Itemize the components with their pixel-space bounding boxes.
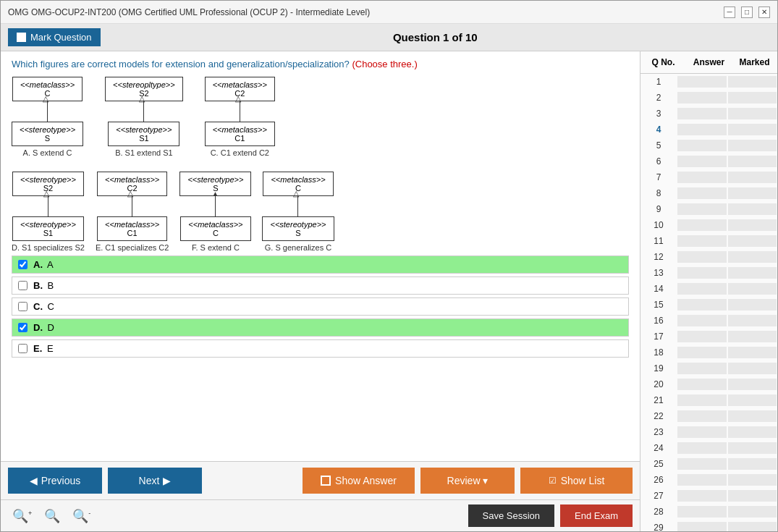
option-D-checkbox[interactable] bbox=[18, 323, 28, 332]
diagram-D-arrow bbox=[48, 196, 48, 216]
toolbar: Mark Question Question 1 of 10 bbox=[1, 24, 777, 51]
bottom-actions: 🔍+ 🔍 🔍- Save Session End Exam bbox=[1, 499, 640, 531]
list-item[interactable]: 14 bbox=[640, 281, 777, 297]
list-item[interactable]: 8 bbox=[640, 185, 777, 201]
previous-button[interactable]: ◀ Previous bbox=[8, 468, 102, 494]
option-E[interactable]: E. E bbox=[12, 339, 629, 358]
sidebar-col-answer: Answer bbox=[686, 55, 732, 69]
next-button[interactable]: Next ▶ bbox=[108, 468, 202, 494]
option-C-label: C. C bbox=[33, 301, 54, 312]
question-choose: (Choose three.) bbox=[352, 59, 417, 69]
list-item[interactable]: 15 bbox=[640, 297, 777, 313]
list-item[interactable]: 4 bbox=[640, 122, 777, 138]
list-item[interactable]: 20 bbox=[640, 376, 777, 392]
list-item[interactable]: 18 bbox=[640, 345, 777, 360]
window-title: OMG OMG-OCUP2-INT200 (OMG Certified UML … bbox=[8, 7, 370, 17]
zoom-reset-button[interactable]: 🔍 bbox=[40, 506, 64, 526]
list-item[interactable]: 7 bbox=[640, 169, 777, 185]
show-answer-label: Show Answer bbox=[335, 475, 397, 486]
list-item[interactable]: 29 bbox=[640, 520, 777, 531]
option-A[interactable]: A. A bbox=[12, 256, 629, 274]
diagram-F-arrow bbox=[215, 196, 216, 216]
option-C-checkbox[interactable] bbox=[18, 302, 28, 311]
diagram-B-bot: <<stereotype>>S1 bbox=[108, 122, 179, 146]
list-item[interactable]: 25 bbox=[640, 456, 777, 472]
minimize-button[interactable]: ─ bbox=[724, 7, 735, 18]
diagram-D: <<stereotype>>S2 <<stereotype>>S1 D. S1 … bbox=[12, 172, 85, 252]
list-item[interactable]: 2 bbox=[640, 90, 777, 106]
diagram-C-caption: C. C1 extend C2 bbox=[211, 148, 269, 157]
list-item[interactable]: 6 bbox=[640, 153, 777, 169]
option-E-checkbox[interactable] bbox=[18, 344, 28, 353]
end-exam-button[interactable]: End Exam bbox=[560, 504, 633, 527]
zoom-out-button[interactable]: 🔍- bbox=[68, 506, 95, 526]
sidebar-col-marked: Marked bbox=[732, 55, 777, 69]
list-item[interactable]: 10 bbox=[640, 217, 777, 233]
title-bar: OMG OMG-OCUP2-INT200 (OMG Certified UML … bbox=[1, 1, 777, 24]
list-item[interactable]: 27 bbox=[640, 488, 777, 504]
save-session-button[interactable]: Save Session bbox=[468, 504, 555, 527]
show-list-button[interactable]: ☑ Show List bbox=[520, 468, 633, 494]
diagram-C-arrow bbox=[240, 101, 240, 122]
question-text: Which figures are correct models for ext… bbox=[12, 59, 629, 69]
close-button[interactable]: ✕ bbox=[758, 7, 770, 18]
diagram-G-bot: <<stereotype>>S bbox=[262, 216, 334, 241]
option-B-checkbox[interactable] bbox=[18, 281, 28, 290]
content-area: Which figures are correct models for ext… bbox=[1, 51, 777, 531]
diagram-F: <<stereotype>>S <<metaclass>>C F. S exte… bbox=[179, 172, 251, 252]
next-label: Next bbox=[139, 475, 160, 486]
diagram-row-2: <<stereotype>>S2 <<stereotype>>S1 D. S1 … bbox=[12, 172, 629, 252]
list-item[interactable]: 22 bbox=[640, 408, 777, 424]
maximize-button[interactable]: □ bbox=[741, 7, 753, 18]
question-body: Which figures are correct models for ext… bbox=[1, 51, 640, 461]
diagram-row-1: <<metaclass>>C <<stereotype>>S A. S exte… bbox=[12, 77, 629, 157]
list-item[interactable]: 11 bbox=[640, 233, 777, 249]
diagram-A-arrow bbox=[47, 101, 48, 122]
list-item[interactable]: 24 bbox=[640, 440, 777, 456]
list-item[interactable]: 28 bbox=[640, 504, 777, 520]
option-A-checkbox[interactable] bbox=[18, 260, 28, 269]
sidebar-col-qno: Q No. bbox=[640, 55, 686, 69]
diagram-D-caption: D. S1 specializes S2 bbox=[12, 243, 85, 252]
list-item[interactable]: 23 bbox=[640, 424, 777, 440]
session-end-controls: Save Session End Exam bbox=[468, 504, 633, 527]
show-list-icon: ☑ bbox=[549, 476, 557, 486]
list-item[interactable]: 21 bbox=[640, 392, 777, 408]
list-item[interactable]: 12 bbox=[640, 249, 777, 265]
diagram-D-bot: <<stereotype>>S1 bbox=[12, 216, 84, 241]
list-item[interactable]: 16 bbox=[640, 313, 777, 329]
sidebar-scroll[interactable]: 1 2 3 4 5 6 7 8 9 10 11 12 13 14 15 16 1… bbox=[640, 74, 777, 531]
list-item[interactable]: 9 bbox=[640, 201, 777, 217]
diagram-E-bot: <<metaclass>>C1 bbox=[97, 216, 167, 241]
option-E-label: E. E bbox=[33, 343, 54, 354]
diagram-G-arrow bbox=[297, 196, 298, 216]
diagram-E-arrow bbox=[132, 196, 132, 216]
option-D[interactable]: D. D bbox=[12, 318, 629, 337]
save-session-label: Save Session bbox=[483, 510, 541, 521]
list-item[interactable]: 3 bbox=[640, 106, 777, 122]
list-item[interactable]: 19 bbox=[640, 360, 777, 376]
mark-checkbox-icon bbox=[17, 33, 26, 42]
zoom-in-button[interactable]: 🔍+ bbox=[8, 506, 36, 526]
option-B[interactable]: B. B bbox=[12, 276, 629, 295]
option-A-label: A. A bbox=[33, 259, 54, 270]
option-C[interactable]: C. C bbox=[12, 297, 629, 316]
diagram-E-caption: E. C1 specializes C2 bbox=[96, 243, 169, 252]
list-item[interactable]: 5 bbox=[640, 138, 777, 153]
prev-arrow-icon: ◀ bbox=[30, 475, 38, 486]
list-item[interactable]: 26 bbox=[640, 472, 777, 488]
list-item[interactable]: 13 bbox=[640, 265, 777, 281]
list-item[interactable]: 17 bbox=[640, 329, 777, 345]
show-list-label: Show List bbox=[561, 475, 605, 486]
question-header: Question 1 of 10 bbox=[393, 31, 478, 43]
show-answer-button[interactable]: Show Answer bbox=[303, 468, 415, 494]
review-button[interactable]: Review ▾ bbox=[420, 468, 515, 494]
diagram-B-caption: B. S1 extend S1 bbox=[115, 148, 173, 157]
show-answer-icon bbox=[321, 476, 331, 486]
diagram-F-caption: F. S extend C bbox=[192, 243, 240, 252]
main-window: OMG OMG-OCUP2-INT200 (OMG Certified UML … bbox=[0, 0, 778, 532]
answer-options: A. A B. B C. C D. D bbox=[12, 256, 629, 358]
mark-question-button[interactable]: Mark Question bbox=[8, 28, 101, 46]
list-item[interactable]: 1 bbox=[640, 74, 777, 90]
question-main-text: Which figures are correct models for ext… bbox=[12, 59, 350, 69]
